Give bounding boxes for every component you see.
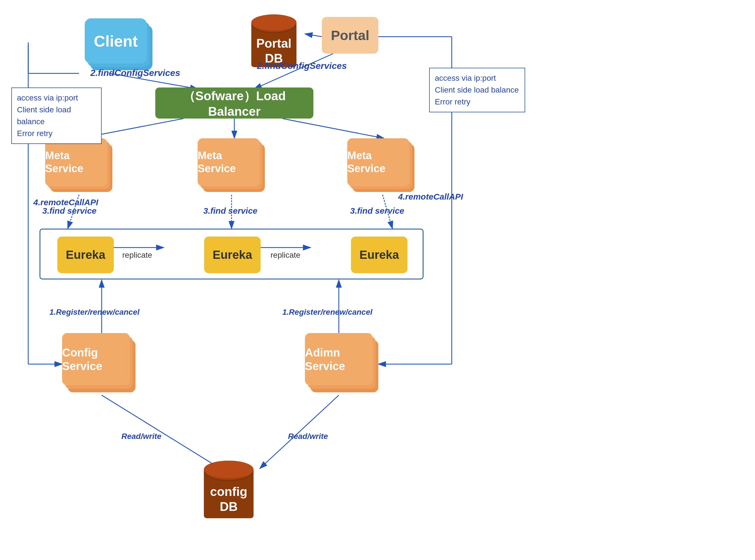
meta-label-2: Meta Service: [198, 138, 260, 186]
eureka-cluster: Eureka Eureka Eureka replicate replicate: [40, 228, 423, 279]
config-db-label: configDB: [198, 484, 260, 514]
remote-call-left-label: 4.remoteCallAPI: [33, 198, 98, 207]
eureka-label-2: Eureka: [213, 248, 252, 262]
admin-service-node: Adimn Service: [305, 333, 378, 395]
meta-service-1: Meta Service: [45, 138, 113, 195]
register-right-label: 1.Register/renew/cancel: [282, 308, 373, 317]
meta-label-3: Meta Service: [347, 138, 410, 186]
svg-line-5: [305, 34, 322, 37]
remote-call-right-label: 4.remoteCallAPI: [398, 192, 463, 202]
portal-label: Portal: [331, 28, 369, 43]
eureka-label-1: Eureka: [66, 248, 105, 262]
tooltip-right: access via ip:port Client side load bala…: [429, 68, 525, 112]
meta-service-3: Meta Service: [347, 138, 415, 195]
meta-label-1: Meta Service: [45, 138, 107, 186]
admin-label: Adimn Service: [305, 333, 373, 385]
client-node: Client: [79, 14, 158, 76]
find-config-right-label: 2.findConfigServices: [257, 61, 347, 71]
config-label: Config Service: [62, 333, 130, 385]
find-service-3-label: 3.find service: [350, 206, 404, 216]
eureka-2: Eureka: [204, 237, 261, 273]
find-config-left-label: 2.findConfigServices: [91, 68, 180, 78]
read-write-right-label: Read/write: [288, 432, 328, 441]
tooltip-left-line2: Client side load balance: [17, 104, 96, 127]
portal-node: Portal: [322, 17, 378, 54]
tooltip-right-line1: access via ip:port: [435, 72, 519, 84]
find-service-2-label: 3.find service: [203, 206, 258, 216]
replicate-label-2: replicate: [271, 251, 300, 260]
diagram: Client PortalDB Portal （Sofware）Load Bal…: [0, 0, 755, 560]
read-write-left-label: Read/write: [121, 432, 161, 441]
config-db-node: configDB: [198, 457, 260, 525]
eureka-label-3: Eureka: [359, 248, 399, 262]
replicate-label-1: replicate: [122, 251, 152, 260]
tooltip-right-line2: Client side load balance: [435, 84, 519, 96]
tooltip-left: access via ip:port Client side load bala…: [11, 87, 102, 144]
lb-node: （Sofware）Load Balancer: [155, 87, 313, 119]
find-service-1-label: 3.find service: [42, 206, 97, 216]
eureka-3: Eureka: [351, 237, 408, 273]
config-service-node: Config Service: [62, 333, 136, 395]
tooltip-right-line3: Error retry: [435, 96, 519, 108]
tooltip-left-line3: Error retry: [17, 127, 96, 139]
arrows-svg: [0, 0, 755, 560]
register-left-label: 1.Register/renew/cancel: [49, 308, 139, 317]
tooltip-left-line1: access via ip:port: [17, 92, 96, 104]
client-label: Client: [85, 18, 147, 63]
eureka-1: Eureka: [57, 237, 114, 273]
lb-label: （Sofware）Load Balancer: [155, 88, 313, 119]
svg-line-8: [282, 119, 384, 138]
meta-service-2: Meta Service: [198, 138, 265, 195]
